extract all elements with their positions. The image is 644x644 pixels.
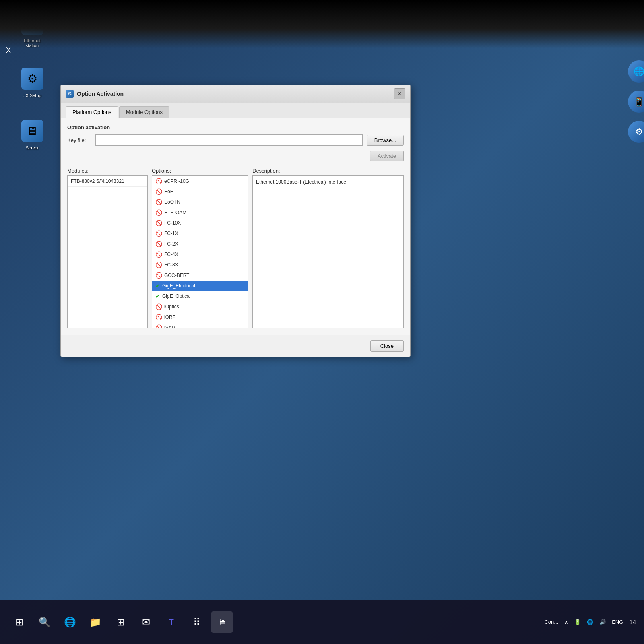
taskbar: ⊞ 🔍 🌐 📁 ⊞ ✉ T ⠿ 🖥 Con... ∧ 🔋 🌐 🔊 ENG 14 (0, 600, 644, 644)
option-label: eCPRI-10G (164, 178, 189, 184)
options-section: Options: 🚫 eCPRI-10G 🚫 EoE 🚫 (152, 168, 248, 328)
blocked-icon: 🚫 (155, 199, 162, 205)
taskbar-icon-apps[interactable]: ⠿ (186, 611, 208, 633)
content-area: Modules: FTB-880v2 S/N:1043321 Options: … (67, 168, 404, 328)
option-label: FC-4X (164, 252, 178, 257)
option-label: FC-1X (164, 231, 178, 236)
taskbar-icon-edge[interactable]: 🌐 (59, 611, 81, 633)
taskbar-language: ENG (612, 619, 623, 625)
option-fc1x[interactable]: 🚫 FC-1X (152, 228, 248, 239)
taskbar-icon-mail[interactable]: ✉ (135, 611, 157, 633)
option-label: FC-10X (164, 220, 181, 226)
option-gige-electrical[interactable]: ✔ GigE_Electrical (152, 281, 248, 291)
blocked-icon: 🚫 (155, 209, 162, 216)
taskbar-battery-icon: 🔋 (574, 619, 581, 625)
desktop-icon-xsetup[interactable]: ⚙ : X Setup (8, 60, 56, 105)
option-fc2x[interactable]: 🚫 FC-2X (152, 239, 248, 249)
option-eth-oam[interactable]: 🚫 ETH-OAM (152, 207, 248, 218)
dialog-body: Option activation Key file: Browse... Ac… (61, 118, 410, 335)
close-button[interactable]: Close (370, 340, 404, 352)
option-label: FC-2X (164, 241, 178, 247)
option-label: FC-8X (164, 262, 178, 268)
option-label: iSAM (164, 325, 176, 328)
option-isam[interactable]: 🚫 iSAM (152, 322, 248, 328)
tab-platform-options[interactable]: Platform Options (66, 106, 118, 118)
key-file-input[interactable] (95, 134, 363, 146)
option-label: EoOTN (164, 199, 180, 205)
blocked-icon: 🚫 (155, 303, 162, 310)
options-list[interactable]: 🚫 eCPRI-10G 🚫 EoE 🚫 EoOTN 🚫 (152, 175, 248, 328)
dialog-close-button[interactable]: ✕ (394, 88, 405, 99)
option-fc8x[interactable]: 🚫 FC-8X (152, 260, 248, 270)
options-label: Options: (152, 168, 248, 174)
xsetup-icon: ⚙ (21, 68, 43, 90)
key-file-label: Key file: (67, 137, 91, 143)
blocked-icon: 🚫 (155, 178, 162, 184)
check-icon: ✔ (155, 283, 160, 289)
taskbar-icon-search[interactable]: 🔍 (33, 611, 56, 633)
option-label: GCC-BERT (164, 272, 189, 278)
option-gcc-bert[interactable]: 🚫 GCC-BERT (152, 270, 248, 281)
option-label: ETH-OAM (164, 210, 186, 215)
dialog-tabs: Platform Options Module Options (61, 103, 410, 118)
server-label: Server (26, 145, 39, 150)
taskbar-icon-teams[interactable]: T (160, 611, 182, 633)
taskbar-icon-start[interactable]: ⊞ (8, 611, 30, 633)
dialog-title-text: Option Activation (77, 91, 124, 97)
activate-button[interactable]: Activate (370, 151, 404, 161)
blocked-icon: 🚫 (155, 251, 162, 258)
dialog-titlebar: ⚙ Option Activation ✕ (61, 85, 410, 103)
option-label: EoE (164, 189, 173, 194)
desktop-icon-server[interactable]: 🖥 Server (8, 113, 56, 157)
taskbar-left: ⊞ 🔍 🌐 📁 ⊞ ✉ T ⠿ 🖥 (8, 611, 544, 633)
tab-module-options[interactable]: Module Options (119, 106, 169, 118)
option-fc4x[interactable]: 🚫 FC-4X (152, 249, 248, 260)
modules-list[interactable]: FTB-880v2 S/N:1043321 (67, 175, 148, 328)
option-fc10x[interactable]: 🚫 FC-10X (152, 218, 248, 228)
blocked-icon: 🚫 (155, 220, 162, 226)
taskbar-chevron[interactable]: ∧ (564, 619, 568, 625)
taskbar-time: 14 (629, 619, 636, 625)
modules-section: Modules: FTB-880v2 S/N:1043321 (67, 168, 148, 328)
right-icon-2[interactable]: 📱 (628, 91, 644, 113)
description-section: Description: Ethernet 1000Base-T (Electr… (252, 168, 404, 328)
option-label: GigE_Optical (162, 293, 191, 299)
activate-row: Activate (67, 151, 404, 161)
taskbar-system-tray: Con... (544, 619, 558, 625)
option-activation-dialog: ⚙ Option Activation ✕ Platform Options M… (60, 85, 411, 357)
taskbar-icon-activeapp[interactable]: 🖥 (211, 611, 233, 633)
blocked-icon: 🚫 (155, 262, 162, 268)
taskbar-icon-store[interactable]: ⊞ (109, 611, 132, 633)
blocked-icon: 🚫 (155, 272, 162, 279)
browse-button[interactable]: Browse... (367, 135, 404, 146)
blocked-icon: 🚫 (155, 188, 162, 195)
description-label: Description: (252, 168, 404, 174)
option-iorf[interactable]: 🚫 iORF (152, 312, 248, 322)
top-shadow (0, 0, 644, 48)
option-ioptics[interactable]: 🚫 iOptics (152, 301, 248, 312)
screen-close-x[interactable]: X (6, 46, 11, 55)
xsetup-label: : X Setup (23, 93, 41, 98)
right-icon-3[interactable]: ⚙ (628, 121, 644, 143)
module-item-ftb880v2[interactable]: FTB-880v2 S/N:1043321 (68, 176, 147, 187)
option-eoe[interactable]: 🚫 EoE (152, 186, 248, 197)
option-label: iORF (164, 314, 175, 320)
check-icon: ✔ (155, 293, 160, 299)
blocked-icon: 🚫 (155, 230, 162, 237)
right-icon-1[interactable]: 🌐 (628, 60, 644, 83)
option-label: iOptics (164, 304, 179, 310)
taskbar-icon-explorer[interactable]: 📁 (84, 611, 106, 633)
option-activation-label: Option activation (67, 124, 404, 130)
blocked-icon: 🚫 (155, 324, 162, 328)
option-gige-optical[interactable]: ✔ GigE_Optical (152, 291, 248, 301)
desktop: X 🌐 Ethernetstation ⚙ : X Setup 🖥 Server… (0, 0, 644, 644)
taskbar-right: Con... ∧ 🔋 🌐 🔊 ENG 14 (544, 619, 636, 625)
description-text: Ethernet 1000Base-T (Electrical) Interfa… (256, 179, 346, 185)
blocked-icon: 🚫 (155, 314, 162, 320)
option-ecpri10g[interactable]: 🚫 eCPRI-10G (152, 176, 248, 186)
description-box: Ethernet 1000Base-T (Electrical) Interfa… (252, 175, 404, 328)
dialog-title-icon: ⚙ (66, 90, 74, 98)
key-file-row: Key file: Browse... (67, 134, 404, 146)
option-eootn[interactable]: 🚫 EoOTN (152, 197, 248, 207)
dialog-title-left: ⚙ Option Activation (66, 90, 124, 98)
